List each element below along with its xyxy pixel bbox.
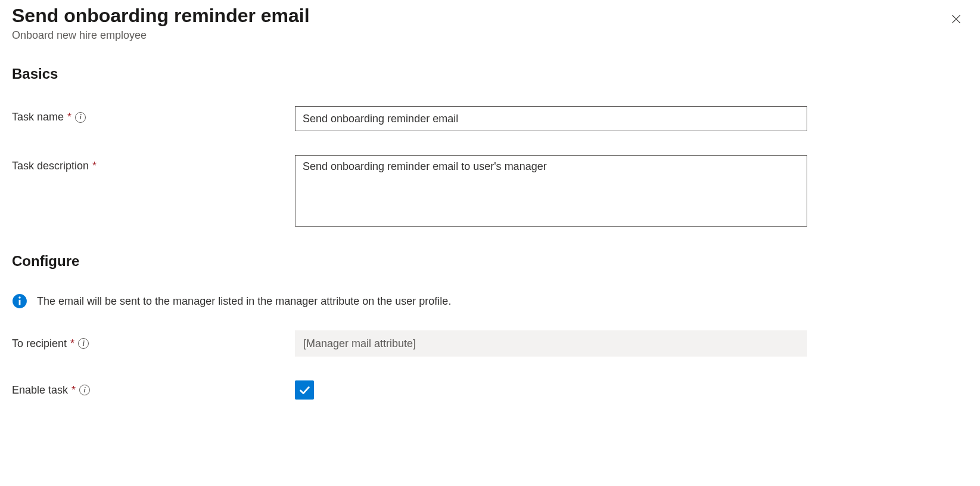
info-icon[interactable]: i [78, 338, 89, 349]
enable-task-label: Enable task [12, 384, 68, 397]
info-icon[interactable]: i [75, 112, 86, 123]
to-recipient-input-col [295, 330, 807, 357]
info-message: The email will be sent to the manager li… [12, 293, 968, 309]
task-description-input[interactable] [295, 155, 807, 227]
task-description-input-col [295, 155, 807, 229]
enable-task-label-col: Enable task * i [12, 384, 295, 397]
required-marker: * [92, 160, 97, 172]
enable-task-checkbox[interactable] [295, 380, 314, 400]
required-marker: * [70, 338, 74, 350]
enable-task-row: Enable task * i [12, 380, 968, 400]
task-description-row: Task description * [12, 155, 968, 229]
panel-title: Send onboarding reminder email [12, 5, 968, 27]
task-name-label-col: Task name * i [12, 106, 295, 123]
basics-heading: Basics [12, 66, 968, 82]
svg-point-4 [18, 296, 20, 298]
to-recipient-row: To recipient * i [12, 330, 968, 357]
task-name-row: Task name * i [12, 106, 968, 131]
check-icon [298, 383, 311, 397]
enable-task-control [295, 380, 314, 400]
configure-heading: Configure [12, 253, 968, 270]
task-name-input-col [295, 106, 807, 131]
task-description-label: Task description [12, 160, 89, 172]
close-icon [950, 13, 962, 25]
task-panel: Send onboarding reminder email Onboard n… [0, 0, 980, 435]
to-recipient-label-col: To recipient * i [12, 338, 295, 350]
svg-rect-3 [19, 300, 21, 305]
panel-subtitle: Onboard new hire employee [12, 29, 968, 42]
to-recipient-input [295, 330, 807, 357]
task-name-input[interactable] [295, 106, 807, 131]
to-recipient-label: To recipient [12, 338, 67, 350]
info-message-text: The email will be sent to the manager li… [37, 295, 451, 308]
required-marker: * [67, 111, 71, 123]
required-marker: * [71, 384, 76, 397]
close-button[interactable] [947, 10, 966, 29]
info-icon[interactable]: i [79, 385, 90, 395]
task-description-label-col: Task description * [12, 155, 295, 172]
task-name-label: Task name [12, 111, 64, 123]
info-filled-icon [12, 293, 27, 309]
